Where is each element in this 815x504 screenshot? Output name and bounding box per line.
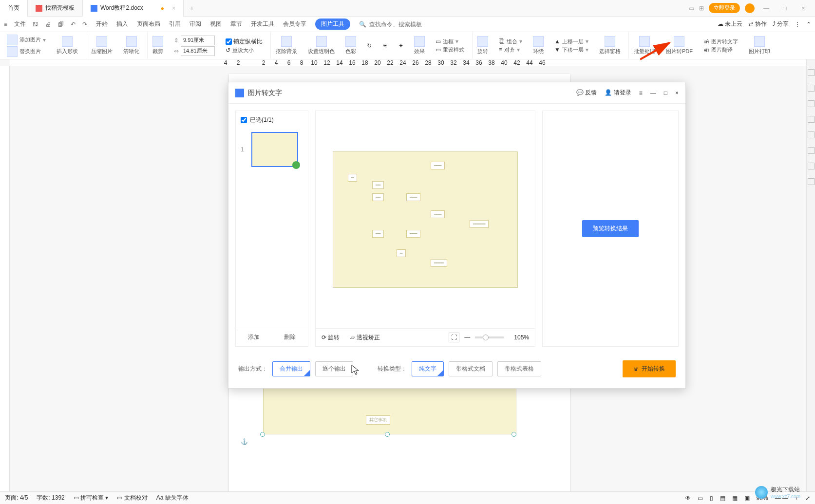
window-maximize[interactable]: □ — [778, 5, 792, 12]
dialog-login-button[interactable]: 👤 请登录 — [605, 89, 631, 97]
tab-close-icon[interactable]: × — [172, 5, 175, 12]
tab-template[interactable]: 找稻壳模板 — [28, 0, 83, 17]
feedback-button[interactable]: 💬 反馈 — [576, 89, 597, 97]
border-button[interactable]: ▭边框▾ — [436, 38, 458, 45]
pic-bright-button[interactable]: ☀ — [379, 32, 391, 59]
save-icon[interactable]: 🖫 — [33, 21, 38, 28]
reading-icon[interactable]: ▣ — [744, 495, 750, 502]
collapse-icon[interactable]: ⌃ — [806, 21, 811, 28]
menu-vip[interactable]: 会员专享 — [283, 20, 306, 28]
grid-icon[interactable]: ⊞ — [699, 5, 704, 12]
fullscreen-icon[interactable]: ⤢ — [805, 495, 810, 502]
down-layer-button[interactable]: ▼下移一层▾ — [554, 46, 588, 54]
spellcheck-button[interactable]: ▭ 拼写检查 ▾ — [74, 494, 109, 502]
zoom-out-icon[interactable]: — — [464, 334, 470, 341]
menu-review[interactable]: 审阅 — [190, 20, 201, 28]
resize-handle[interactable] — [385, 432, 390, 437]
web-mode-icon[interactable]: ▦ — [732, 495, 738, 502]
print-image-button[interactable]: 图片打印 — [746, 32, 773, 59]
preview-image[interactable]: ━━━ ━ ━━ ━━ ━━━ ━━━ ━━━━━ ━━ ━━━ ━ ━━━━ — [333, 151, 518, 288]
output-each-button[interactable]: 逐个输出 — [315, 361, 353, 376]
reset-style-button[interactable]: ▭重设样式 — [436, 46, 464, 54]
output-merge-button[interactable]: 合并输出 — [272, 361, 310, 376]
clarify-button[interactable]: 清晰化 — [120, 32, 142, 59]
command-search-input[interactable] — [369, 21, 433, 28]
print-icon[interactable]: 🖨 — [45, 21, 51, 28]
menu-references[interactable]: 引用 — [169, 20, 181, 28]
dialog-maximize-icon[interactable]: □ — [664, 90, 667, 96]
effects-button[interactable]: 效果 — [411, 32, 428, 59]
combine-button[interactable]: ⿻组合▾ — [499, 38, 522, 45]
rotate-button[interactable]: 旋转 — [472, 32, 491, 59]
width-input[interactable] — [181, 36, 215, 45]
delete-thumb-button[interactable]: 删除 — [272, 328, 308, 346]
sidebar-edit-icon[interactable] — [808, 85, 815, 92]
new-tab-button[interactable]: + — [184, 5, 200, 12]
start-convert-button[interactable]: ♛开始转换 — [623, 360, 676, 377]
page-indicator[interactable]: 页面: 4/5 — [5, 494, 28, 502]
up-layer-button[interactable]: ▲上移一层▾ — [554, 38, 588, 45]
rotate-preview-button[interactable]: ⟳ 旋转 — [322, 334, 340, 342]
crop-button[interactable]: 裁剪 — [147, 32, 166, 59]
replace-image-button[interactable]: 替换图片 — [7, 46, 41, 57]
translate-button[interactable]: 🗚图片翻译 — [703, 46, 733, 54]
pic-rotate-button[interactable]: ↻ — [364, 32, 375, 59]
page-mode-icon[interactable]: ▯ — [710, 495, 713, 502]
pic-sparkle-button[interactable]: ✦ — [396, 32, 406, 59]
collab-button[interactable]: ⇄ 协作 — [748, 20, 766, 28]
tab-home[interactable]: 首页 — [0, 0, 28, 17]
color-button[interactable]: 色彩 — [342, 32, 359, 59]
menu-chapter[interactable]: 章节 — [230, 20, 242, 28]
sidebar-cloud-icon[interactable] — [808, 131, 815, 138]
hamburger-icon[interactable]: ≡ — [4, 21, 7, 28]
resize-handle[interactable] — [260, 432, 265, 437]
cloud-status[interactable]: ☁ 未上云 — [718, 20, 742, 28]
file-menu[interactable]: 文件 — [14, 20, 26, 28]
menu-view[interactable]: 视图 — [210, 20, 222, 28]
height-input[interactable] — [181, 46, 215, 56]
add-image-button[interactable]: 添加图片▾ — [7, 35, 46, 45]
menu-devtools[interactable]: 开发工具 — [251, 20, 274, 28]
type-plaintext-button[interactable]: 纯文字 — [412, 361, 444, 376]
preview-result-button[interactable]: 预览转换结果 — [582, 220, 639, 237]
sidebar-select-icon[interactable] — [808, 100, 815, 107]
sidebar-style-icon[interactable] — [808, 69, 815, 76]
add-thumb-button[interactable]: 添加 — [236, 328, 272, 346]
redo-icon[interactable]: ↷ — [82, 21, 87, 28]
compress-button[interactable]: 压缩图片 — [86, 32, 115, 59]
preview-icon[interactable]: 🗐 — [58, 21, 64, 28]
resize-handle[interactable] — [512, 432, 516, 437]
more-icon[interactable]: ⋮ — [795, 21, 800, 28]
share-button[interactable]: ⤴ 分享 — [773, 20, 789, 28]
dialog-menu-icon[interactable]: ≡ — [639, 90, 643, 96]
wrap-button[interactable]: 环绕 — [530, 32, 547, 59]
sidebar-tool-icon[interactable] — [808, 163, 815, 169]
thumbnail-item[interactable] — [251, 132, 298, 167]
outline-mode-icon[interactable]: ▤ — [720, 495, 725, 502]
avatar-icon[interactable] — [745, 3, 755, 13]
window-minimize[interactable]: — — [759, 5, 773, 12]
menu-start[interactable]: 开始 — [96, 20, 108, 28]
lock-ratio-checkbox[interactable]: 锁定纵横比 — [226, 37, 263, 46]
menu-insert[interactable]: 插入 — [116, 20, 128, 28]
window-close[interactable]: × — [796, 5, 810, 12]
remove-bg-button[interactable]: 抠除背景 — [270, 32, 300, 59]
layout-icon[interactable]: ▭ — [689, 5, 694, 12]
undo-icon[interactable]: ↶ — [71, 21, 76, 28]
sidebar-help-icon[interactable] — [808, 178, 815, 185]
transparent-button[interactable]: 设置透明色 — [305, 32, 338, 59]
dialog-close-icon[interactable]: × — [675, 90, 679, 96]
fit-icon[interactable]: ⛶ — [449, 333, 459, 342]
reset-size-button[interactable]: ↺重设大小 — [226, 47, 254, 54]
read-mode-icon[interactable]: ▭ — [698, 495, 703, 502]
perspective-button[interactable]: ▱ 透视矫正 — [350, 334, 379, 342]
zoom-slider[interactable] — [475, 336, 504, 338]
type-table-button[interactable]: 带格式表格 — [497, 361, 541, 376]
insert-shape-button[interactable]: 插入形状 — [54, 32, 81, 59]
view-mode-icon[interactable]: 👁 — [685, 495, 691, 502]
sidebar-location-icon[interactable] — [808, 147, 815, 154]
select-pane-button[interactable]: 选择窗格 — [596, 32, 624, 59]
type-doc-button[interactable]: 带格式文档 — [449, 361, 493, 376]
word-count[interactable]: 字数: 1392 — [37, 494, 64, 502]
menu-picture-tools[interactable]: 图片工具 — [315, 19, 350, 30]
